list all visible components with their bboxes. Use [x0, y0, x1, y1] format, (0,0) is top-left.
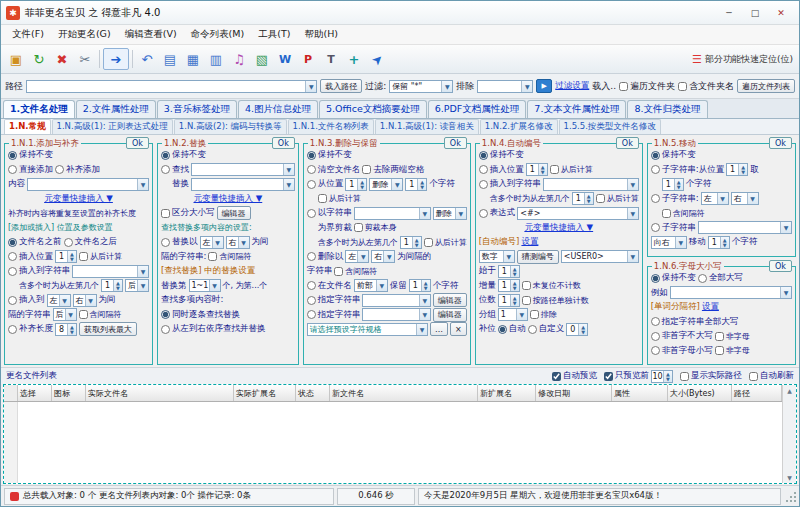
pdf-doc-icon[interactable]: P — [297, 48, 319, 70]
p1-content-combo[interactable] — [27, 178, 149, 191]
p1-insert-sep-radio[interactable] — [8, 296, 17, 305]
p3-del-sep-radio[interactable] — [307, 252, 316, 261]
minimize-button[interactable]: ─ — [716, 4, 742, 22]
tab-pdf[interactable]: 6.PDF文档属性处理 — [428, 100, 527, 118]
p3-more-button[interactable]: … — [430, 322, 448, 336]
scroll-up-icon[interactable]: ▲ — [787, 387, 792, 394]
scroll-down-icon[interactable]: ▼ — [787, 474, 792, 481]
p4-guess-button[interactable]: 猜测编号 — [517, 250, 559, 264]
col-icon[interactable]: 图标 — [52, 385, 86, 401]
p1-get-max-button[interactable]: 获取列表最大 — [79, 322, 137, 336]
p4-expr-combo[interactable]: <#> — [517, 207, 639, 220]
p6-nonfirst-lower-radio[interactable] — [651, 346, 660, 355]
p3-del2-combo[interactable]: 删除 — [433, 207, 467, 220]
col-select[interactable]: 选择 — [18, 385, 52, 401]
p3-by-str-combo[interactable] — [354, 207, 431, 220]
p2-case-checkbox[interactable] — [161, 209, 170, 218]
panel-letter-case-ok-button[interactable]: Ok — [769, 260, 792, 272]
menu-help[interactable]: 帮助(H) — [298, 27, 344, 42]
p5-include-sep-checkbox[interactable] — [662, 209, 671, 218]
p4-start-spinner[interactable]: 1 — [498, 265, 520, 278]
p1-sep-right-combo[interactable]: 右 — [73, 294, 97, 307]
spinner-arrows-icon[interactable] — [412, 237, 421, 248]
p5-sub3-combo[interactable] — [698, 221, 792, 234]
cut-icon[interactable]: ✂ — [74, 48, 96, 70]
p2-find-combo[interactable] — [191, 163, 295, 176]
p6-nonletter1-checkbox[interactable] — [715, 332, 724, 341]
p1-pad-radio[interactable] — [55, 165, 64, 174]
panel-delete-keep-ok-button[interactable]: Ok — [444, 137, 467, 149]
text-file-icon[interactable]: T — [320, 48, 342, 70]
p1-keep-radio[interactable] — [8, 151, 17, 160]
spinner-arrows-icon[interactable] — [510, 295, 519, 306]
p4-autonum-settings-link[interactable]: 设置 — [521, 236, 538, 248]
p1-after-radio[interactable] — [64, 238, 73, 247]
menu-file[interactable]: 文件(F) — [6, 27, 50, 42]
clear-list-icon[interactable]: ✖ — [51, 48, 73, 70]
p4-custom-spinner[interactable]: 0 — [566, 323, 588, 336]
col-size[interactable]: 大小(Bytes) — [668, 385, 732, 401]
p1-from-end-checkbox[interactable] — [79, 252, 88, 261]
tab-office[interactable]: 5.Office文档摘要处理 — [319, 100, 427, 118]
spinner-arrows-icon[interactable] — [113, 280, 122, 291]
panel-move-ok-button[interactable]: Ok — [769, 137, 792, 149]
panel-replace-ok-button[interactable]: Ok — [272, 137, 295, 149]
p3-spec2-combo[interactable] — [362, 308, 431, 321]
p3-trim-checkbox[interactable] — [362, 165, 371, 174]
p2-include-sep-checkbox[interactable] — [208, 252, 217, 261]
p1-var-insert-link[interactable]: 元变量快捷插入 ▼ — [44, 193, 113, 205]
p3-keep-spinner[interactable]: 1 — [409, 279, 431, 292]
columns-icon[interactable]: ▥ — [205, 48, 227, 70]
tab-text-attr[interactable]: 7.文本文件属性处理 — [527, 100, 626, 118]
col-new-ext[interactable]: 新扩展名 — [478, 385, 536, 401]
p5-count-spinner[interactable]: 1 — [662, 178, 684, 191]
p6-keep-radio[interactable] — [651, 274, 660, 283]
p3-keep-in-radio[interactable] — [307, 281, 316, 290]
subtab-extension[interactable]: 1.N.2.扩展名修改 — [480, 119, 558, 134]
col-real-ext[interactable]: 实际扩展名 — [234, 385, 296, 401]
p1-insert-pos-spinner[interactable]: 1 — [55, 250, 77, 263]
spinner-arrows-icon[interactable] — [584, 193, 593, 204]
p4-insert-pos-radio[interactable] — [479, 165, 488, 174]
p1-insert-str-combo[interactable] — [72, 265, 149, 278]
p5-sub3-radio[interactable] — [651, 223, 660, 232]
p6-example-combo[interactable] — [670, 286, 792, 299]
auto-preview-box[interactable] — [552, 372, 561, 381]
p4-type-combo[interactable]: 数字 — [479, 250, 515, 263]
p5-sub2-radio[interactable] — [651, 194, 660, 203]
p5-sub1-radio[interactable] — [651, 165, 660, 174]
traverse-file-list-button[interactable]: 遍历文件列表 — [737, 79, 795, 93]
p4-group-combo[interactable]: 1 — [498, 308, 528, 321]
spinner-arrows-icon[interactable] — [538, 164, 547, 175]
p3-cut-self-checkbox[interactable] — [354, 223, 363, 232]
exclude-combo[interactable] — [477, 80, 533, 93]
p4-custom-radio[interactable] — [528, 325, 537, 334]
p4-expr-radio[interactable] — [479, 209, 488, 218]
start-rename-icon[interactable]: ➔ — [103, 48, 129, 70]
col-new-name[interactable]: 新文件名 — [330, 385, 478, 401]
p2-replace-sep-radio[interactable] — [161, 238, 170, 247]
music-tag-icon[interactable]: ♫ — [228, 48, 250, 70]
p5-direction-combo[interactable]: 向右 — [651, 236, 687, 249]
p1-sep-after-combo[interactable]: 后 — [53, 308, 77, 321]
p6-upper-radio[interactable] — [698, 274, 707, 283]
refresh-icon[interactable]: ↻ — [28, 48, 50, 70]
p3-by-str-radio[interactable] — [307, 209, 316, 218]
p5-right-combo[interactable]: 右 — [731, 192, 759, 205]
p3-sep-right-combo[interactable]: 右 — [371, 250, 395, 263]
p1-insert-pos-radio[interactable] — [8, 252, 17, 261]
p6-nonfirst-upper-radio[interactable] — [651, 332, 660, 341]
p1-include-sep-checkbox[interactable] — [79, 310, 88, 319]
p2-editor-button[interactable]: 编辑器 — [217, 206, 251, 220]
spinner-arrows-icon[interactable] — [510, 280, 519, 291]
auto-refresh-checkbox[interactable]: 自动刷新 — [749, 370, 794, 382]
p2-find-radio[interactable] — [161, 165, 170, 174]
close-button[interactable]: ✕ — [768, 4, 794, 22]
panel-auto-number-ok-button[interactable]: Ok — [616, 137, 639, 149]
menu-view[interactable]: 编辑查看(V) — [119, 27, 183, 42]
p3-del-combo[interactable]: 删除 — [369, 178, 403, 191]
p4-var-insert-link[interactable]: 元变量快捷插入 ▼ — [524, 222, 593, 234]
subtab-general[interactable]: 1.N.常规 — [4, 119, 51, 134]
p1-insert-str-radio[interactable] — [8, 267, 17, 276]
subtab-encoding[interactable]: 1.N.高级(2): 编码与转换等 — [174, 119, 287, 134]
